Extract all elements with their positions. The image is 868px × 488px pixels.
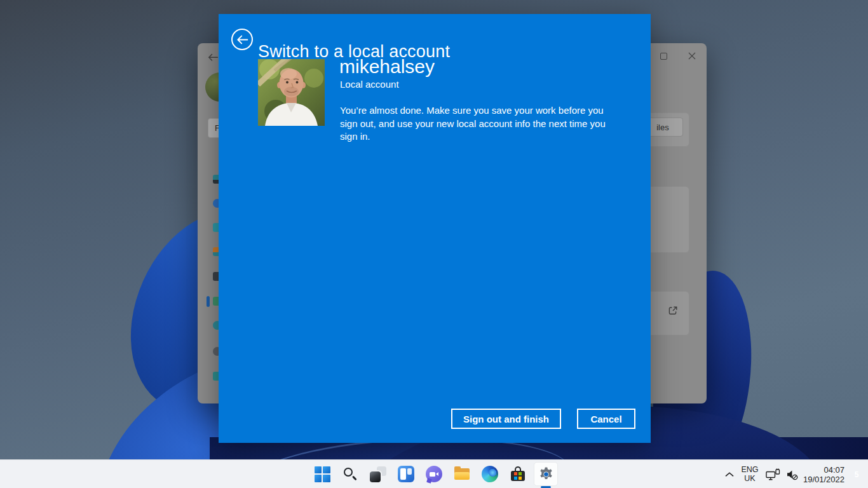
taskbar-icons bbox=[308, 460, 560, 488]
back-arrow-icon bbox=[236, 35, 248, 44]
store-button[interactable] bbox=[504, 460, 532, 488]
local-account-dialog: Switch to a local account bbox=[219, 14, 651, 443]
account-type: Local account bbox=[340, 79, 399, 90]
ethernet-network-icon bbox=[766, 468, 780, 481]
external-link-icon[interactable] bbox=[668, 306, 678, 316]
system-tray: ENG UK 04:07 19/01/2022 bbox=[721, 460, 863, 488]
chat-button[interactable] bbox=[420, 460, 448, 488]
windows-logo-icon bbox=[315, 466, 330, 482]
clock[interactable]: 04:07 19/01/2022 bbox=[803, 465, 844, 484]
quick-settings[interactable] bbox=[766, 468, 798, 481]
desktop-screen: F iles Switch to a local account bbox=[0, 0, 868, 488]
close-icon bbox=[688, 52, 696, 60]
search-icon bbox=[342, 466, 358, 482]
sign-out-and-finish-button[interactable]: Sign out and finish bbox=[451, 409, 561, 429]
account-name: mikehalsey bbox=[339, 56, 435, 78]
task-view-button[interactable] bbox=[364, 460, 392, 488]
edge-button[interactable] bbox=[476, 460, 504, 488]
dialog-footer: Sign out and finish Cancel bbox=[451, 409, 635, 429]
start-button[interactable] bbox=[308, 460, 336, 488]
settings-back-icon[interactable] bbox=[206, 53, 220, 64]
sidebar-selection-pill bbox=[207, 296, 210, 307]
active-app-indicator bbox=[541, 486, 551, 488]
date: 19/01/2022 bbox=[803, 475, 844, 484]
chat-icon bbox=[426, 466, 442, 482]
taskbar: ENG UK 04:07 19/01/2022 bbox=[0, 459, 868, 488]
hidden-icons-chevron-icon[interactable] bbox=[721, 460, 738, 488]
account-avatar bbox=[258, 59, 325, 126]
search-button[interactable] bbox=[336, 460, 364, 488]
widgets-icon bbox=[398, 466, 414, 482]
language-line1: ENG bbox=[738, 466, 762, 475]
language-indicator[interactable]: ENG UK bbox=[738, 466, 762, 483]
cancel-button[interactable]: Cancel bbox=[577, 409, 635, 429]
widgets-button[interactable] bbox=[392, 460, 420, 488]
task-view-icon bbox=[370, 466, 386, 482]
settings-button[interactable] bbox=[532, 460, 560, 488]
maximize-button[interactable] bbox=[656, 50, 670, 62]
gear-icon bbox=[538, 466, 554, 482]
edge-icon bbox=[482, 466, 498, 482]
folder-icon bbox=[454, 467, 470, 481]
language-line2: UK bbox=[738, 475, 762, 484]
close-button[interactable] bbox=[684, 49, 700, 63]
store-icon bbox=[510, 466, 526, 482]
maximize-icon bbox=[660, 53, 667, 60]
notification-badge[interactable]: 5 bbox=[850, 468, 863, 481]
signout-message: You’re almost done. Make sure you save y… bbox=[340, 104, 614, 144]
back-button[interactable] bbox=[231, 29, 253, 50]
file-explorer-button[interactable] bbox=[448, 460, 476, 488]
volume-muted-icon bbox=[786, 469, 798, 480]
active-app-highlight bbox=[534, 462, 558, 486]
time: 04:07 bbox=[803, 465, 844, 475]
